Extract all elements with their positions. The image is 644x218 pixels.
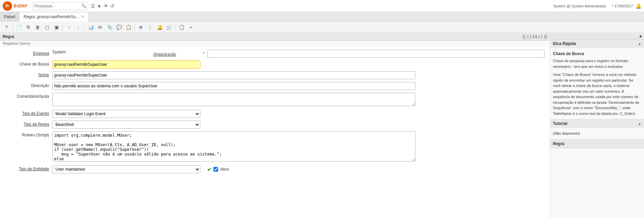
- alert-button[interactable]: 🔔: [155, 23, 164, 32]
- descricao-label: Descrição: [5, 82, 52, 88]
- organizacao-wrap: Organização *: [153, 50, 545, 58]
- empresa-label: Empresa: [5, 50, 52, 56]
- roteiro-row: Roteiro (Script) import org.compiere.mod…: [5, 131, 545, 163]
- tutorial-header[interactable]: Tutorial ▲: [550, 119, 644, 128]
- separator-3: [84, 24, 85, 31]
- toolbar-group-2: 📄 ⧉ 🗑 ▢ ▣: [14, 23, 61, 32]
- email-button[interactable]: ✉: [96, 23, 105, 32]
- nav-first[interactable]: ⟨⟨: [522, 34, 526, 39]
- bell-icon[interactable]: 🔔: [636, 3, 641, 9]
- section-label: Regra: [3, 34, 14, 40]
- regra-header[interactable]: Regra: [550, 139, 644, 148]
- star-icon[interactable]: ★: [97, 3, 102, 9]
- breadcrumb: Registros Salvos: [0, 41, 550, 46]
- ativo-check-icon: ✔: [207, 166, 211, 173]
- nav-prev[interactable]: ⟨: [527, 34, 529, 39]
- toolbar: ? 📄 ⧉ 🗑 ▢ ▣ ↑ ↓ 📊 ✉ 📎 💬 📋 ⊕ ⋮ 🔔 🛒 📋 +: [0, 21, 644, 33]
- refresh-icon[interactable]: ↺: [110, 3, 114, 9]
- tipo-entidade-select[interactable]: User maintained: [52, 165, 200, 173]
- separator-1: [12, 24, 13, 31]
- tab-regra[interactable]: Regra: groovy:naoPermitirSu... ✕: [19, 12, 88, 21]
- separator-5: [175, 24, 175, 31]
- tipo-regra-label: Tipo de Regra: [5, 121, 52, 127]
- descricao-row: Descrição: [5, 82, 545, 90]
- quick-tip-section: Dica Rápida ▲ Chave de Busca Chave de pe…: [550, 39, 644, 119]
- logo-text: BrERP: [13, 3, 27, 8]
- user-info: System @ System Administrator: [553, 4, 606, 8]
- menu-icon[interactable]: ☰: [91, 3, 95, 9]
- roteiro-value-wrap: import org.compiere.model.MUser; MUser u…: [52, 131, 545, 163]
- roteiro-label: Roteiro (Script): [5, 131, 52, 137]
- logo: Br BrERP: [3, 1, 27, 11]
- toolbar-group-4: 📊 ✉ 📎 💬 📋: [86, 23, 133, 32]
- help-button[interactable]: ?: [2, 23, 11, 32]
- comentario-value-wrap: [52, 93, 545, 107]
- tipo-entidade-label: Tipo de Entidade: [5, 165, 52, 171]
- regra-title: Regra: [553, 141, 564, 146]
- toolbar-group-5: ⊕ ⋮ 🔔 🛒: [136, 23, 173, 32]
- tipo-regra-select[interactable]: BeanShell: [52, 121, 200, 129]
- new-record-button[interactable]: 📄: [14, 23, 23, 32]
- prev-tab-button[interactable]: ▢: [43, 23, 51, 32]
- up-button[interactable]: ↑: [65, 23, 73, 32]
- delete-record-button[interactable]: 🗑: [33, 23, 42, 32]
- ativo-checkbox[interactable]: [213, 167, 218, 172]
- tab-painel[interactable]: Painel: [0, 12, 19, 21]
- tab-close-icon[interactable]: ✕: [81, 14, 84, 19]
- content-area: Regra ⟨⟨ ⟨ [ 1/1 ] ⟩ ⟩⟩ Registros Salvos…: [0, 33, 550, 218]
- nome-label: Nome: [5, 71, 52, 77]
- comentario-row: Comentário/Ajuda: [5, 93, 545, 107]
- nav-last[interactable]: ⟩⟩: [544, 34, 547, 39]
- nome-input[interactable]: [52, 71, 415, 79]
- tutorial-title: Tutorial: [553, 121, 567, 126]
- comentario-textarea[interactable]: [52, 93, 415, 106]
- add-button[interactable]: +: [187, 23, 195, 32]
- nav-bar: ⟨⟨ ⟨ [ 1/1 ] ⟩ ⟩⟩: [522, 34, 547, 39]
- form-area: Empresa System Organização * Chave de Bu…: [0, 46, 550, 179]
- nome-row: Nome: [5, 71, 545, 79]
- copy-record-button[interactable]: ⧉: [24, 23, 33, 32]
- quick-tip-detail: Uma "Chave de Busca" fornece a você um m…: [553, 72, 641, 116]
- top-bar: Br BrERP 🔍 ☰ ★ 👁 ↺ System @ System Admin…: [0, 0, 644, 12]
- chart-button[interactable]: 📊: [86, 23, 95, 32]
- chat-button[interactable]: 💬: [115, 23, 123, 32]
- regra-section: Regra: [550, 139, 644, 148]
- ativo-wrap: ✔ Ativo: [207, 166, 229, 173]
- search-icon[interactable]: 🔍: [81, 4, 86, 8]
- chave-row: Chave de Busca: [5, 60, 545, 69]
- empresa-row: Empresa System Organização *: [5, 50, 545, 58]
- descricao-value-wrap: [52, 82, 545, 90]
- attach-button[interactable]: 📎: [105, 23, 114, 32]
- tab-painel-label: Painel: [4, 14, 15, 19]
- organizacao-value-wrap: [207, 50, 545, 58]
- empresa-value: System: [52, 50, 66, 54]
- tutorial-text: (Não disponível): [553, 131, 641, 136]
- report-button[interactable]: 📋: [177, 23, 186, 32]
- quick-tip-header[interactable]: Dica Rápida ▲: [550, 39, 644, 48]
- roteiro-textarea[interactable]: import org.compiere.model.MUser; MUser u…: [52, 131, 415, 162]
- tree-button[interactable]: ⋮: [146, 23, 155, 32]
- organizacao-input[interactable]: [207, 50, 545, 58]
- top-icons: ☰ ★ 👁 ↺: [91, 3, 114, 9]
- tipo-evento-select[interactable]: Model Validator Login Event: [52, 110, 200, 118]
- nav-next[interactable]: ⟩: [541, 34, 542, 39]
- tipo-regra-row: Tipo de Regra BeanShell: [5, 121, 545, 129]
- search-box[interactable]: 🔍: [33, 2, 88, 10]
- eye-icon[interactable]: 👁: [104, 3, 108, 9]
- next-tab-button[interactable]: ▣: [52, 23, 61, 32]
- search-input[interactable]: [34, 4, 81, 8]
- right-panel: ▲ Dica Rápida ▲ Chave de Busca Chave de …: [550, 33, 644, 218]
- panel-collapse-icon[interactable]: ▲: [639, 34, 643, 38]
- toolbar-group-6: 📋 +: [177, 23, 195, 32]
- quick-tip-text: Chave de pesquisa para o registro no for…: [553, 58, 641, 69]
- cart-button[interactable]: 🛒: [165, 23, 173, 32]
- down-button[interactable]: ↓: [74, 23, 83, 32]
- doc-button[interactable]: 📋: [124, 23, 133, 32]
- chave-input[interactable]: [52, 60, 200, 69]
- zoom-in-button[interactable]: ⊕: [136, 23, 145, 32]
- tutorial-collapse[interactable]: ▲: [638, 122, 641, 126]
- quick-tip-collapse[interactable]: ▲: [638, 42, 641, 46]
- nome-value-wrap: [52, 71, 545, 79]
- toolbar-group-3: ↑ ↓: [65, 23, 83, 32]
- descricao-input[interactable]: [52, 82, 415, 90]
